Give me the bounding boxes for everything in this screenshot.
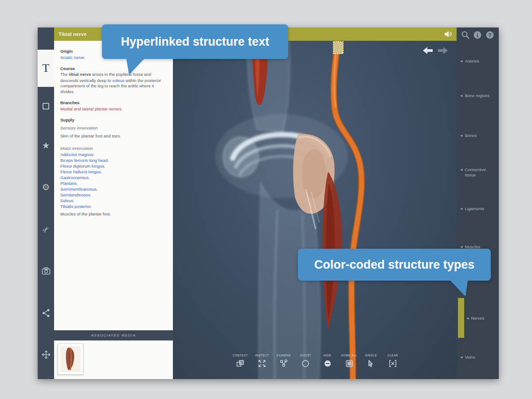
chevron-left-icon: ◀ [460,356,462,359]
structure-type-arteries[interactable]: ◀ Arteries [460,59,479,64]
anatomy-viewport[interactable]: CONTEXT INSPECT EXAMINE [173,41,457,379]
context-icon [236,359,245,368]
branches-heading: Branches [60,100,166,105]
hide-button[interactable]: HIDE [317,354,338,368]
context-button[interactable]: CONTEXT [230,354,251,368]
move-arrows-icon [42,350,51,359]
app-window: Tibial nerve i ? [38,27,499,379]
structure-type-bone-regions[interactable]: ◀ Bone regions [460,93,489,98]
info-icon[interactable]: i [473,31,482,39]
search-icon[interactable] [461,31,470,39]
soleus-link[interactable]: soleus [112,78,124,83]
motor-plain-text: Muscles of the plantar foot. [60,211,111,216]
chevron-left-icon: ◀ [460,94,462,98]
camera-icon [42,267,51,275]
motor-link[interactable]: Adductor magnus. [60,152,166,157]
ghost-button[interactable]: GHOST [295,354,316,368]
tab-text-info[interactable]: T [38,50,54,87]
volume-icon[interactable] [444,31,452,38]
single-icon [367,359,376,368]
motor-link[interactable]: Semimembranosus. [60,186,166,192]
supply-heading: Supply [60,117,166,122]
inspect-icon [258,359,266,368]
dissect-button[interactable]: ✂ [38,225,54,234]
scissors-icon: ✂ [40,224,51,235]
motor-link[interactable]: Semitendinosus. [60,192,166,198]
star-icon: ★ [42,141,50,150]
structure-type-nerves[interactable]: ◀ Nerves [466,316,484,321]
chevron-left-icon: ◀ [460,245,462,249]
left-toolbar: T ★ ⚙ ✂ [38,27,54,379]
views-button[interactable] [38,103,54,111]
structure-type-ligaments[interactable]: ◀ Ligaments [460,206,484,211]
motor-link[interactable]: Soleus. [60,198,166,203]
home-all-button[interactable]: HOME ALL [339,354,360,368]
settings-button[interactable]: ⚙ [38,183,54,192]
callout-color-coded-label: Color-coded structure types [314,258,475,272]
favorites-button[interactable]: ★ [38,141,54,150]
examine-icon [279,359,288,368]
course-paragraph: The tibial nerve arises in the popliteal… [60,72,166,94]
hide-icon [323,359,332,368]
sensory-innervation-label: Sensory innervation [60,125,98,130]
branches-section: Branches Medial and lateral plantar nerv… [60,100,166,112]
sensory-innervation-text: Skin of the plantar foot and toes. [60,133,121,138]
clear-button[interactable]: CLEAR [382,354,403,368]
motor-link[interactable]: Tibialis posterior. [60,203,166,209]
single-button[interactable]: SINGLE [360,354,382,368]
motor-link[interactable]: Flexor digitorum longus. [60,163,166,169]
motor-link[interactable]: Gastrocnemius. [60,175,166,180]
structure-type-bones[interactable]: ◀ Bones [460,133,477,138]
clear-icon [388,359,397,368]
knee-anatomy-render [173,41,457,379]
info-panel: Origin Sciatic nerve. Course The tibial … [54,41,173,379]
text-tab-glyph: T [43,62,50,75]
ghost-icon [301,359,310,368]
plantar-nerves-link[interactable]: Medial and lateral plantar nerves. [60,106,166,112]
callout-hyperlinked-text-label: Hyperlinked structure text [121,35,270,49]
course-heading: Course [60,66,166,71]
forward-arrow-icon[interactable] [437,46,449,55]
course-section: Course The tibial nerve arises in the po… [60,66,166,94]
move-button[interactable] [38,350,54,361]
chevron-left-icon: ◀ [460,207,462,211]
motor-link[interactable]: Plantaris. [60,180,166,186]
svg-text:?: ? [488,32,491,39]
gear-icon: ⚙ [42,182,50,192]
structure-type-connective-tissue[interactable]: ◀ Connective tissue [460,167,492,178]
motor-link[interactable]: Biceps femoris long head. [60,157,166,163]
motor-link[interactable]: Flexor hallucis longus. [60,169,166,175]
media-thumbnail-image [60,346,81,372]
chevron-left-icon: ◀ [466,317,469,320]
associated-media-area [54,340,173,379]
structure-text: Origin Sciatic nerve. Course The tibial … [54,41,173,330]
inspect-button[interactable]: INSPECT [251,354,273,368]
callout-color-coded: Color-coded structure types [298,249,491,281]
viewer-toolbar: CONTEXT INSPECT EXAMINE [230,354,403,368]
top-right-icons: i ? [457,31,499,39]
structure-type-veins[interactable]: ◀ Veins [460,355,475,360]
screenshot-button[interactable] [38,267,54,277]
motor-innervation-label: Motor innervation [60,146,93,151]
share-icon [42,309,50,317]
window-icon [43,103,49,110]
back-arrow-icon[interactable] [422,46,434,55]
structure-title: Tibial nerve [59,31,86,37]
examine-button[interactable]: EXAMINE [273,354,294,368]
chevron-left-icon: ◀ [460,134,462,137]
view-history-nav [422,46,449,55]
share-button[interactable] [38,309,54,319]
help-icon[interactable]: ? [485,31,494,39]
media-thumbnail[interactable] [58,344,83,375]
structure-type-panel: i ? ◀ Arteries ◀ Bone regions ◀ Bones [457,27,499,379]
page: Tibial nerve i ? [0,0,532,399]
chevron-left-icon: ◀ [460,59,462,63]
callout-hyperlinked-text: Hyperlinked structure text [102,24,288,59]
supply-section: Supply Sensory innervation Skin of the p… [60,117,166,217]
chevron-left-icon: ◀ [460,168,462,172]
associated-media-header: ASSOCIATED MEDIA [54,330,173,340]
nerves-active-color-bar [458,298,464,338]
home-all-icon [345,359,354,368]
